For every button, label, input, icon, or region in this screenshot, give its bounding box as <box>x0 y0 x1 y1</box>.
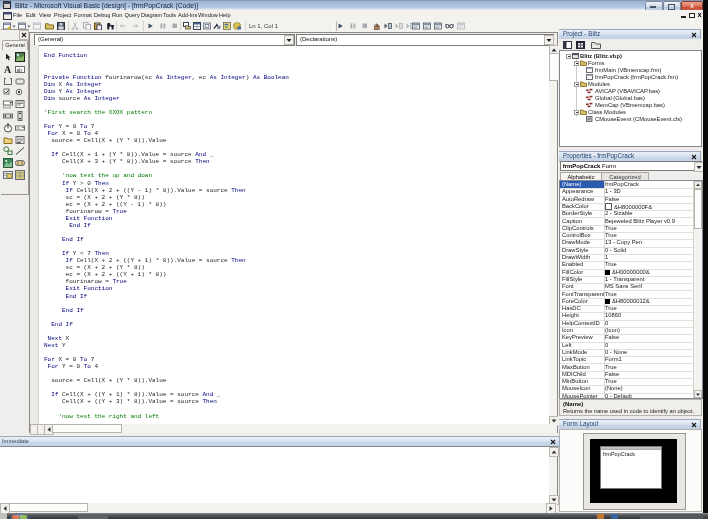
svg-text:ab: ab <box>17 66 23 72</box>
svg-text:A: A <box>4 64 12 74</box>
